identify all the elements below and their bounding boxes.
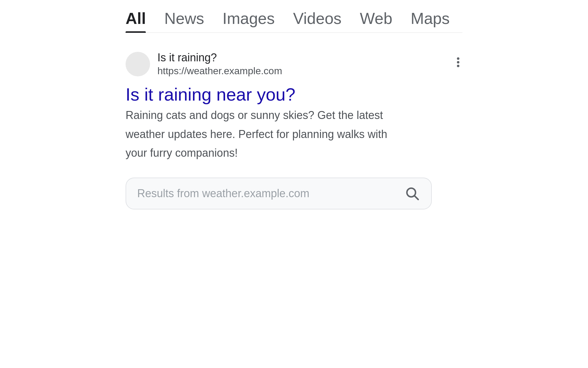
more-options-button[interactable] bbox=[454, 54, 462, 70]
page-container: All News Images Videos Web Maps Is it ra… bbox=[126, 0, 462, 368]
site-name: Is it raining? bbox=[157, 51, 282, 64]
svg-line-1 bbox=[415, 196, 418, 200]
tab-videos[interactable]: Videos bbox=[293, 9, 341, 33]
tab-news[interactable]: News bbox=[164, 9, 204, 33]
result-source-row: Is it raining? https://weather.example.c… bbox=[126, 51, 462, 77]
dot-1 bbox=[457, 57, 459, 60]
dot-3 bbox=[457, 65, 459, 67]
search-icon[interactable] bbox=[404, 186, 420, 201]
dot-2 bbox=[457, 61, 459, 63]
result-snippet: Raining cats and dogs or sunny skies? Ge… bbox=[126, 106, 401, 162]
tab-all[interactable]: All bbox=[126, 9, 146, 33]
site-info: Is it raining? https://weather.example.c… bbox=[157, 51, 282, 77]
tabs-navigation: All News Images Videos Web Maps bbox=[126, 6, 462, 33]
site-url[interactable]: https://weather.example.com bbox=[157, 65, 282, 77]
tab-maps[interactable]: Maps bbox=[411, 9, 450, 33]
site-search-box[interactable]: Results from weather.example.com bbox=[126, 178, 432, 209]
result-title-link[interactable]: Is it raining near you? bbox=[126, 84, 296, 104]
site-favicon bbox=[126, 52, 150, 76]
site-search-placeholder: Results from weather.example.com bbox=[137, 187, 404, 200]
result-source-left: Is it raining? https://weather.example.c… bbox=[126, 51, 282, 77]
tab-web[interactable]: Web bbox=[360, 9, 392, 33]
search-result-card: Is it raining? https://weather.example.c… bbox=[126, 42, 462, 219]
tab-images[interactable]: Images bbox=[222, 9, 275, 33]
